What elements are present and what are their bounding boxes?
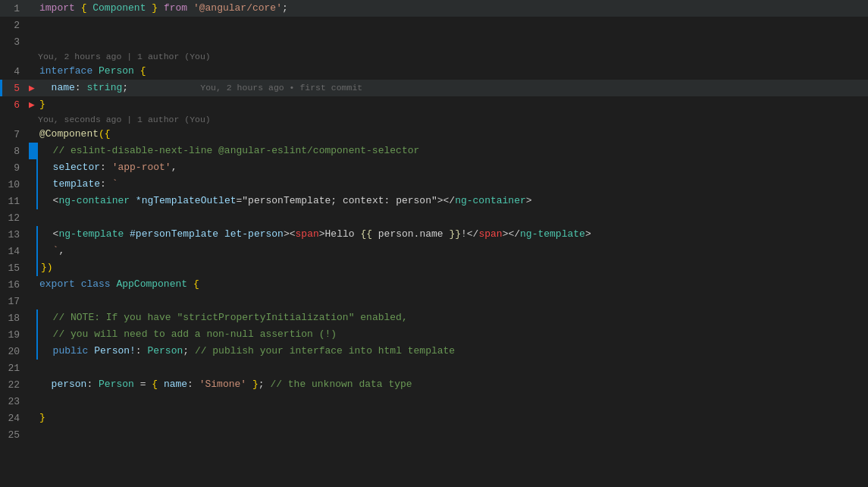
line-number-9: 9 [0, 162, 29, 174]
code-line-9[interactable]: 9 selector: 'app-root', [0, 159, 868, 176]
code-line-23[interactable]: 23 [0, 393, 868, 410]
code-line-1[interactable]: 1 import { Component } from '@angular/co… [0, 0, 868, 17]
git-blame-4: You, 2 hours ago | 1 author (You) [0, 50, 868, 63]
line-bar-5 [0, 80, 2, 96]
line-number-16: 16 [0, 279, 29, 291]
line-number-2: 2 [0, 20, 29, 31]
line-number-24: 24 [0, 413, 29, 424]
line-number-14: 14 [0, 246, 29, 257]
code-line-2[interactable]: 2 [0, 17, 868, 33]
git-indicator-6: ▶ [29, 99, 36, 111]
code-content-10: template: ` [36, 176, 868, 193]
code-line-17[interactable]: 17 [0, 293, 868, 309]
line-number-1: 1 [0, 3, 29, 14]
code-content-19: // you will need to add a non-null asser… [36, 326, 868, 343]
code-line-13[interactable]: 13 <ng-template #personTemplate let-pers… [0, 226, 868, 243]
code-content-9: selector: 'app-root', [36, 159, 868, 176]
code-content-14: `, [36, 243, 868, 259]
line-number-25: 25 [0, 429, 29, 441]
code-content-16: export class AppComponent { [36, 276, 868, 293]
line-number-10: 10 [0, 179, 29, 190]
code-content-8: // eslint-disable-next-line @angular-esl… [36, 143, 868, 159]
code-line-20[interactable]: 20 public Person!: Person; // publish yo… [0, 343, 868, 360]
code-content-1: import { Component } from '@angular/core… [36, 0, 868, 17]
code-content-4: interface Person { [36, 63, 868, 80]
line-number-21: 21 [0, 363, 29, 374]
code-line-15[interactable]: 15 }) [0, 259, 868, 276]
code-line-6[interactable]: 6 ▶ } [0, 96, 868, 113]
line-number-19: 19 [0, 329, 29, 341]
code-content-5: name: string; You, 2 hours ago • first c… [36, 80, 868, 96]
line-number-15: 15 [0, 262, 29, 274]
code-content-18: // NOTE: If you have "strictPropertyInit… [36, 309, 868, 326]
code-content-11: <ng-container *ngTemplateOutlet="personT… [36, 193, 868, 209]
code-content-20: public Person!: Person; // publish your … [36, 343, 868, 360]
line-number-12: 12 [0, 212, 29, 224]
code-line-24[interactable]: 24 } [0, 410, 868, 426]
code-content-22: person: Person = { name: 'Simone' }; // … [36, 376, 868, 393]
line-number-18: 18 [0, 313, 29, 324]
code-content-15: }) [36, 259, 868, 276]
code-line-25[interactable]: 25 [0, 426, 868, 443]
line-number-4: 4 [0, 66, 29, 77]
line-number-17: 17 [0, 296, 29, 307]
code-line-16[interactable]: 16 export class AppComponent { [0, 276, 868, 293]
line-number-23: 23 [0, 396, 29, 407]
line-number-7: 7 [0, 129, 29, 140]
code-line-12[interactable]: 12 [0, 209, 868, 226]
code-line-7[interactable]: 7 @Component({ [0, 126, 868, 143]
code-content-24: } [36, 410, 868, 426]
line-number-5: 5 [0, 83, 29, 94]
code-editor: 1 import { Component } from '@angular/co… [0, 0, 868, 487]
line-number-8: 8 [0, 146, 29, 157]
code-line-22[interactable]: 22 person: Person = { name: 'Simone' }; … [0, 376, 868, 393]
code-line-18[interactable]: 18 // NOTE: If you have "strictPropertyI… [0, 309, 868, 326]
line-number-20: 20 [0, 346, 29, 357]
git-indicator-5: ▶ [29, 82, 36, 94]
code-line-10[interactable]: 10 template: ` [0, 176, 868, 193]
code-area: 1 import { Component } from '@angular/co… [0, 0, 868, 487]
code-line-5[interactable]: 5 ▶ name: string; You, 2 hours ago • fir… [0, 80, 868, 96]
line-number-22: 22 [0, 379, 29, 391]
code-line-3[interactable]: 3 [0, 33, 868, 50]
code-line-11[interactable]: 11 <ng-container *ngTemplateOutlet="pers… [0, 193, 868, 209]
line-number-3: 3 [0, 36, 29, 48]
code-content-7: @Component({ [36, 126, 868, 143]
code-line-21[interactable]: 21 [0, 360, 868, 376]
line-number-11: 11 [0, 196, 29, 207]
code-content-6: } [36, 96, 868, 113]
code-line-4[interactable]: 4 interface Person { [0, 63, 868, 80]
git-blame-7: You, seconds ago | 1 author (You) [0, 113, 868, 126]
code-line-14[interactable]: 14 `, [0, 243, 868, 259]
code-content-13: <ng-template #personTemplate let-person>… [36, 226, 868, 243]
line-number-6: 6 [0, 99, 29, 111]
line-number-13: 13 [0, 229, 29, 240]
code-line-8[interactable]: 8 // eslint-disable-next-line @angular-e… [0, 143, 868, 159]
git-indicator-8 [29, 143, 36, 159]
code-line-19[interactable]: 19 // you will need to add a non-null as… [0, 326, 868, 343]
